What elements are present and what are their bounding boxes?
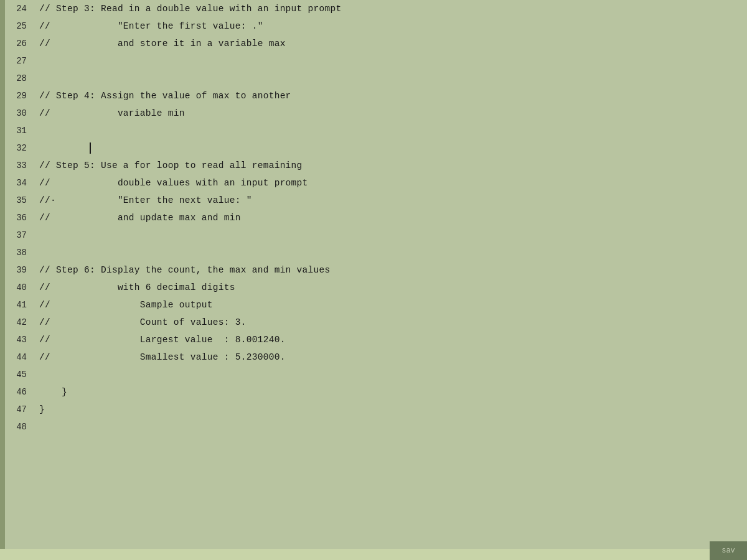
text-cursor — [90, 142, 91, 154]
code-line: 47} — [0, 401, 747, 418]
code-line: 30// variable min — [0, 105, 747, 122]
code-line: 45 — [0, 366, 747, 383]
line-content: // Step 3: Read in a double value with a… — [34, 4, 747, 14]
line-number: 48 — [0, 422, 34, 432]
code-line: 26// and store it in a variable max — [0, 35, 747, 52]
code-line: 24// Step 3: Read in a double value with… — [0, 0, 747, 17]
line-number: 43 — [0, 335, 34, 345]
line-content: // and update max and min — [34, 213, 747, 223]
code-line: 44// Smallest value : 5.230000. — [0, 348, 747, 366]
line-number: 38 — [0, 248, 34, 258]
code-line: 27 — [0, 52, 747, 70]
line-number: 28 — [0, 73, 34, 83]
line-content: // double values with an input prompt — [34, 178, 747, 188]
line-content: // Step 5: Use a for loop to read all re… — [34, 161, 747, 170]
line-number: 37 — [0, 230, 34, 240]
line-content: // Step 6: Display the count, the max an… — [34, 265, 747, 275]
line-number: 29 — [0, 91, 34, 101]
line-number: 27 — [0, 56, 34, 66]
line-number: 36 — [0, 213, 34, 223]
code-area[interactable]: 24// Step 3: Read in a double value with… — [0, 0, 747, 560]
line-content: //· "Enter the next value: " — [34, 195, 747, 205]
editor-container: 24// Step 3: Read in a double value with… — [0, 0, 747, 560]
line-content: // variable min — [34, 108, 747, 118]
left-border — [0, 0, 5, 560]
status-bar: sav — [710, 541, 747, 560]
code-line: 28 — [0, 70, 747, 87]
code-line: 31 — [0, 122, 747, 139]
line-number: 32 — [0, 143, 34, 153]
line-number: 34 — [0, 178, 34, 188]
line-content: // Count of values: 3. — [34, 317, 747, 327]
line-number: 44 — [0, 352, 34, 362]
line-number: 26 — [0, 39, 34, 49]
line-content: // Smallest value : 5.230000. — [34, 352, 747, 362]
code-line: 41// Sample output — [0, 296, 747, 314]
line-number: 33 — [0, 161, 34, 170]
code-line: 35//· "Enter the next value: " — [0, 192, 747, 209]
line-number: 24 — [0, 4, 34, 14]
code-line: 33// Step 5: Use a for loop to read all … — [0, 157, 747, 174]
line-number: 30 — [0, 108, 34, 118]
line-number: 39 — [0, 265, 34, 275]
line-content: } — [34, 387, 747, 397]
code-line: 48 — [0, 418, 747, 436]
line-number: 35 — [0, 195, 34, 205]
status-label: sav — [721, 546, 735, 555]
code-line: 46 } — [0, 383, 747, 401]
code-line: 29// Step 4: Assign the value of max to … — [0, 87, 747, 105]
bottom-accent — [0, 549, 710, 560]
line-number: 46 — [0, 387, 34, 397]
code-line: 38 — [0, 244, 747, 261]
code-line: 42// Count of values: 3. — [0, 314, 747, 331]
code-line: 37 — [0, 226, 747, 244]
line-content: // Largest value : 8.001240. — [34, 335, 747, 345]
line-content: } — [34, 404, 747, 414]
line-content: // Sample output — [34, 300, 747, 310]
code-line: 36// and update max and min — [0, 209, 747, 226]
line-number: 41 — [0, 300, 34, 310]
line-number: 31 — [0, 126, 34, 136]
code-line: 34// double values with an input prompt — [0, 174, 747, 192]
code-line: 43// Largest value : 8.001240. — [0, 331, 747, 348]
line-content: // Step 4: Assign the value of max to an… — [34, 91, 747, 101]
line-content: // "Enter the first value: ." — [34, 21, 747, 31]
line-number: 47 — [0, 404, 34, 414]
line-number: 45 — [0, 370, 34, 380]
line-content: // with 6 decimal digits — [34, 282, 747, 292]
line-number: 40 — [0, 282, 34, 292]
line-content: // and store it in a variable max — [34, 39, 747, 49]
line-number: 42 — [0, 317, 34, 327]
line-content — [34, 142, 747, 154]
code-line: 39// Step 6: Display the count, the max … — [0, 261, 747, 279]
code-line: 25// "Enter the first value: ." — [0, 17, 747, 35]
line-number: 25 — [0, 21, 34, 31]
code-line: 32 — [0, 139, 747, 157]
code-line: 40// with 6 decimal digits — [0, 279, 747, 296]
